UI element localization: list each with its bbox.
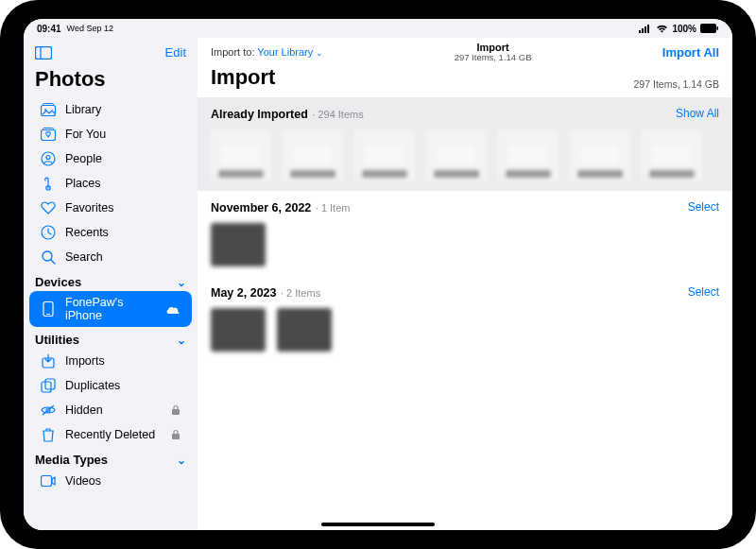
lock-icon (171, 404, 180, 416)
sidebar-item-label: Hidden (65, 403, 103, 417)
sidebar-item-label: Recents (65, 226, 109, 239)
section-utilities[interactable]: Utilities ⌄ (24, 327, 198, 349)
photo-thumbnail[interactable] (211, 129, 271, 181)
wifi-icon (656, 25, 668, 33)
duplicates-icon (41, 378, 56, 393)
main-panel: Import to: Your Library ⌄ Import 297 Ite… (198, 38, 732, 530)
status-time: 09:41 (37, 24, 61, 34)
svg-rect-4 (700, 24, 716, 33)
group-title: May 2, 2023 (211, 286, 277, 300)
svg-rect-2 (644, 26, 646, 33)
sidebar-item-people[interactable]: People (29, 146, 192, 171)
group-subtitle: · 294 Items (312, 109, 363, 120)
section-media[interactable]: Media Types ⌄ (24, 447, 198, 469)
svg-point-16 (47, 187, 49, 189)
sidebar-item-search[interactable]: Search (29, 245, 192, 269)
group-date-2: May 2, 2023 · 2 Items Select (198, 276, 732, 361)
library-icon (41, 102, 56, 117)
show-all-button[interactable]: Show All (676, 107, 719, 120)
sidebar-item-label: Search (65, 250, 103, 264)
section-devices[interactable]: Devices ⌄ (24, 269, 198, 291)
svg-rect-6 (36, 46, 52, 59)
group-date-1: November 6, 2022 · 1 Item Select (198, 191, 732, 276)
svg-point-14 (46, 156, 50, 160)
svg-rect-11 (42, 130, 56, 141)
import-icon (41, 353, 56, 369)
group-already-imported: Already Imported · 294 Items Show All (198, 97, 732, 191)
select-button[interactable]: Select (688, 285, 719, 299)
foryou-icon (41, 127, 56, 142)
edit-button[interactable]: Edit (165, 45, 186, 60)
sidebar-item-favorites[interactable]: Favorites (29, 196, 192, 220)
photo-thumbnail[interactable] (283, 129, 343, 181)
svg-point-18 (43, 251, 52, 261)
hidden-icon (41, 403, 56, 418)
sidebar-item-recents[interactable]: Recents (29, 220, 192, 245)
sidebar-item-imports[interactable]: Imports (29, 349, 192, 373)
thumbnail-row (211, 223, 719, 266)
sidebar-item-label: Library (65, 103, 101, 116)
svg-line-19 (51, 260, 55, 264)
sidebar-item-label: Recently Deleted (65, 428, 155, 441)
svg-rect-1 (642, 28, 644, 33)
ipad-frame: 09:41 Wed Sep 12 100% (0, 0, 756, 549)
import-to: Import to: Your Library ⌄ (211, 46, 323, 58)
photo-thumbnail[interactable] (498, 129, 558, 181)
clock-icon (41, 225, 56, 240)
import-to-dropdown[interactable]: Your Library ⌄ (257, 46, 323, 58)
places-icon (41, 176, 56, 191)
search-icon (41, 249, 56, 265)
photo-thumbnail[interactable] (277, 308, 332, 352)
trash-icon (41, 427, 56, 442)
sidebar-item-device[interactable]: FonePaw's iPhone (29, 291, 192, 327)
cloud-icon (165, 304, 180, 315)
sidebar-item-label: Places (65, 177, 101, 190)
status-bar: 09:41 Wed Sep 12 100% (24, 19, 732, 38)
sidebar: Edit Photos Library For You People (24, 38, 198, 530)
sidebar-item-label: FonePaw's iPhone (65, 296, 156, 322)
svg-rect-3 (647, 25, 649, 33)
photo-thumbnail[interactable] (426, 129, 487, 181)
sidebar-item-label: For You (65, 128, 106, 141)
sidebar-toggle-icon[interactable] (35, 46, 52, 60)
chevron-down-icon: ⌄ (177, 276, 186, 289)
header-center: Import 297 Items, 1.14 GB (455, 42, 532, 63)
sidebar-item-places[interactable]: Places (29, 171, 192, 196)
import-all-button[interactable]: Import All (662, 45, 719, 60)
chevron-down-icon: ⌄ (177, 334, 186, 347)
home-indicator[interactable] (321, 523, 435, 526)
group-title: Already Imported (211, 108, 308, 121)
group-subtitle: · 1 Item (316, 202, 351, 214)
select-button[interactable]: Select (688, 200, 719, 214)
svg-rect-23 (42, 382, 51, 392)
sidebar-item-label: Favorites (65, 201, 113, 214)
section-label: Media Types (35, 453, 108, 467)
sidebar-item-label: Videos (65, 474, 101, 488)
sidebar-item-hidden[interactable]: Hidden (29, 398, 192, 422)
photo-thumbnail[interactable] (642, 129, 702, 181)
sidebar-item-deleted[interactable]: Recently Deleted (29, 422, 192, 447)
photo-thumbnail[interactable] (570, 129, 630, 181)
photo-thumbnail[interactable] (354, 129, 415, 181)
sidebar-item-library[interactable]: Library (29, 97, 192, 122)
chevron-down-icon: ⌄ (316, 48, 323, 58)
svg-rect-29 (42, 476, 52, 487)
photo-thumbnail[interactable] (211, 223, 266, 266)
app-title: Photos (24, 63, 198, 97)
people-icon (41, 151, 56, 166)
svg-rect-12 (43, 129, 54, 130)
page-summary: 297 Items, 1.14 GB (634, 78, 719, 90)
thumbnail-row (211, 129, 719, 181)
sidebar-item-label: Duplicates (65, 379, 120, 392)
chevron-down-icon: ⌄ (177, 454, 186, 467)
signal-icon (639, 25, 652, 33)
photo-thumbnail[interactable] (211, 308, 266, 352)
svg-rect-24 (45, 379, 55, 389)
import-to-label: Import to: (211, 46, 254, 58)
sidebar-item-foryou[interactable]: For You (29, 122, 192, 146)
section-label: Utilities (35, 333, 79, 347)
sidebar-item-duplicates[interactable]: Duplicates (29, 373, 192, 398)
status-date: Wed Sep 12 (67, 24, 113, 33)
heart-icon (41, 200, 56, 215)
sidebar-item-videos[interactable]: Videos (29, 469, 192, 493)
